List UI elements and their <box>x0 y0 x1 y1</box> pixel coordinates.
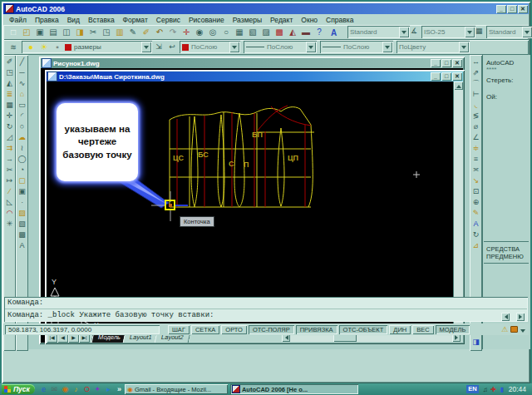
arc-length-icon[interactable]: ⌒ <box>470 78 482 89</box>
move-icon[interactable]: ✛ <box>4 111 16 121</box>
new-icon[interactable]: □ <box>7 27 20 39</box>
circle-icon[interactable]: ○ <box>17 121 28 132</box>
break-icon[interactable]: ∕ <box>4 186 16 197</box>
array-icon[interactable]: ▦ <box>4 100 16 111</box>
task-button-autocad[interactable]: AutoCAD 2006 [Не о... <box>230 384 358 394</box>
maximize-button[interactable]: □ <box>441 72 451 81</box>
firefox-icon[interactable]: ◉ <box>60 384 71 394</box>
layer-previous-icon[interactable]: ↩ <box>166 42 178 52</box>
rotate-icon[interactable]: ↻ <box>4 121 16 132</box>
layer-combo[interactable]: ●☀▪ размеры <box>22 41 152 53</box>
restore-button[interactable]: □ <box>507 5 517 13</box>
match-properties-icon[interactable]: ✎ <box>126 27 140 39</box>
quickcalc-icon[interactable]: ▬ <box>299 27 313 39</box>
gradient-icon[interactable]: ▧ <box>17 219 28 230</box>
messenger-icon[interactable]: ✦ <box>92 384 103 394</box>
markup-set-manager-icon[interactable]: ◭ <box>286 27 299 39</box>
revcloud-icon[interactable]: ☁ <box>17 132 28 143</box>
diameter-icon[interactable]: ⌀ <box>470 121 482 132</box>
point-icon[interactable]: ∙ <box>17 197 28 208</box>
construction-line-icon[interactable]: ─ <box>17 67 28 78</box>
ordinate-icon[interactable]: ⊢ <box>470 89 482 100</box>
menu-edit[interactable]: Правка <box>31 15 63 25</box>
command-scroll-left-button[interactable] <box>501 313 510 321</box>
opera-icon[interactable]: O <box>81 384 92 394</box>
insert-block-icon[interactable]: ▢ <box>17 175 28 186</box>
status-toggle-отс-объект[interactable]: ОТС-ОБЪЕКТ <box>339 325 388 334</box>
sheet2-icon[interactable]: ◨ <box>470 337 482 348</box>
status-toggle-модель[interactable]: МОДЕЛЬ <box>436 325 470 334</box>
tool-palettes-icon[interactable]: ▨ <box>259 27 273 39</box>
menu-insert[interactable]: Вставка <box>84 15 119 25</box>
close-button[interactable]: ✕ <box>452 59 462 67</box>
trim-icon[interactable]: ✂ <box>4 165 16 175</box>
status-toggle-орто[interactable]: ОРТО <box>221 325 247 334</box>
status-toggle-шаг[interactable]: ШАГ <box>168 325 190 334</box>
aligned-dimension-icon[interactable]: ⇗ <box>470 67 482 78</box>
menu-dimension[interactable]: Размеры <box>229 15 266 25</box>
vertical-scrollbar[interactable] <box>453 81 463 332</box>
network-icon[interactable]: ▮ <box>498 385 506 394</box>
pan-icon[interactable]: ✛ <box>180 27 193 39</box>
arc-icon[interactable]: ◜ <box>17 111 28 121</box>
fillet-icon[interactable]: ◠ <box>4 208 16 219</box>
explode-icon[interactable]: ✳ <box>4 219 16 230</box>
plot-preview-icon[interactable]: ◫ <box>60 27 73 39</box>
drawing-canvas[interactable]: ЦС БС С П БП ЦП <box>47 81 453 332</box>
erase-icon[interactable]: ✐ <box>4 57 16 67</box>
zoom-window-icon[interactable]: ◎ <box>206 27 219 39</box>
block-editor-icon[interactable]: ✐ <box>140 27 153 39</box>
menu-modify[interactable]: Редакт <box>266 15 297 25</box>
mtext-icon[interactable]: A <box>17 240 28 251</box>
chamfer-icon[interactable]: ◺ <box>4 197 16 208</box>
color-combo[interactable]: ПоСлою <box>180 41 240 53</box>
quick-leader-icon[interactable]: ↘ <box>470 175 482 186</box>
plotstyle-combo[interactable]: ПоЦвету <box>397 41 470 53</box>
winamp-icon[interactable]: ♪ <box>71 384 81 394</box>
command-line-area[interactable]: Команда: Команда: _block Укажите базовую… <box>4 297 528 322</box>
status-toggle-привязка[interactable]: ПРИВЯЗКА <box>296 325 337 334</box>
status-toggle-дин[interactable]: ДИН <box>389 325 411 334</box>
dim-style-combo[interactable]: ISO-25 <box>421 26 475 38</box>
mail-icon[interactable]: ✉ <box>49 384 60 394</box>
radius-icon[interactable]: ◟ <box>470 100 482 111</box>
publish-icon[interactable]: ◨ <box>73 27 86 39</box>
menu-help[interactable]: Справка <box>322 15 357 25</box>
jogged-icon[interactable]: ≶ <box>470 111 482 121</box>
copy-icon[interactable]: ◳ <box>100 27 113 39</box>
menu-draw[interactable]: Рисование <box>185 15 229 25</box>
chevron-down-icon[interactable] <box>399 27 409 37</box>
baseline-icon[interactable]: ≡ <box>470 154 482 165</box>
table-style-combo[interactable]: Standard <box>486 26 532 38</box>
info-palette-item-oi[interactable]: Ой: <box>486 93 497 101</box>
status-toggle-отс-поляр[interactable]: ОТС-ПОЛЯР <box>249 325 294 334</box>
toolbar-lock-icon[interactable] <box>510 326 518 333</box>
chevron-down-icon[interactable] <box>382 42 392 52</box>
spline-icon[interactable]: ≀ <box>17 143 28 154</box>
scroll-up-button[interactable] <box>454 81 463 90</box>
tolerance-icon[interactable]: ⊡ <box>470 186 482 197</box>
text-style-combo[interactable]: Standard <box>347 26 410 38</box>
minimize-button[interactable]: _ <box>431 59 441 67</box>
layer-lock-icon[interactable]: ▪ <box>51 41 64 53</box>
dimension-style-icon[interactable]: ⊿ <box>470 240 482 251</box>
dimension-update-icon[interactable]: ↻ <box>470 230 482 240</box>
linear-dimension-icon[interactable]: ↔ <box>470 57 482 67</box>
ellipse-icon[interactable]: ◯ <box>17 154 28 165</box>
chevron-down-icon[interactable] <box>141 42 151 52</box>
rectangle-icon[interactable]: ▭ <box>17 100 28 111</box>
layer-on-bulb-icon[interactable]: ● <box>24 41 37 53</box>
close-button[interactable]: ✕ <box>452 72 462 81</box>
paste-icon[interactable]: ▥ <box>113 27 126 39</box>
start-button[interactable]: Пуск <box>2 384 35 394</box>
zoom-realtime-icon[interactable]: ◉ <box>193 27 206 39</box>
title-bar[interactable]: AutoCAD 2006 _ □ ✕ <box>3 3 529 14</box>
layer-freeze-sun-icon[interactable]: ☀ <box>37 41 51 53</box>
volume-icon[interactable]: ♫ <box>481 385 490 394</box>
info-palette-item-erase[interactable]: Стереть: <box>486 77 514 84</box>
copy-object-icon[interactable]: ◳ <box>4 67 16 78</box>
menu-format[interactable]: Формат <box>119 15 152 25</box>
polyline-icon[interactable]: ∿ <box>17 78 28 89</box>
lengthen-icon[interactable]: → <box>4 154 16 165</box>
dimension-text-edit-icon[interactable]: A <box>470 219 482 230</box>
